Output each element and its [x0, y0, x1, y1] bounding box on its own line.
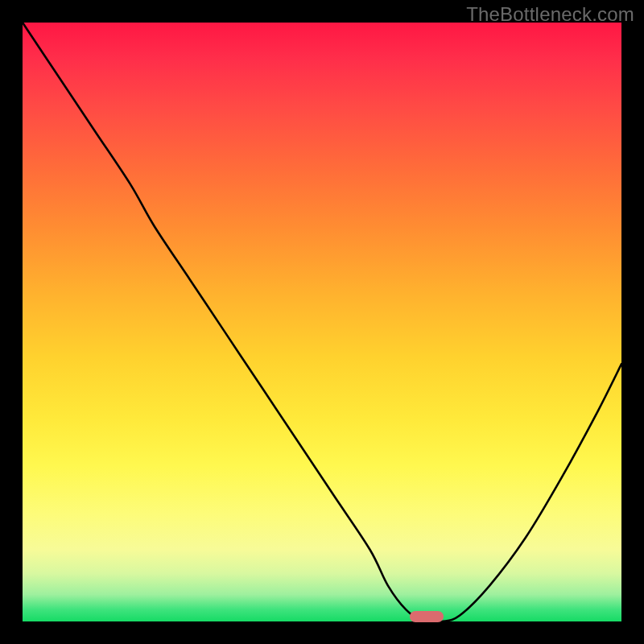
- chart-frame: TheBottleneck.com: [0, 0, 644, 644]
- curve-path: [23, 23, 621, 622]
- watermark-text: TheBottleneck.com: [466, 3, 634, 26]
- optimal-marker: [410, 611, 444, 622]
- bottleneck-curve: [23, 23, 621, 621]
